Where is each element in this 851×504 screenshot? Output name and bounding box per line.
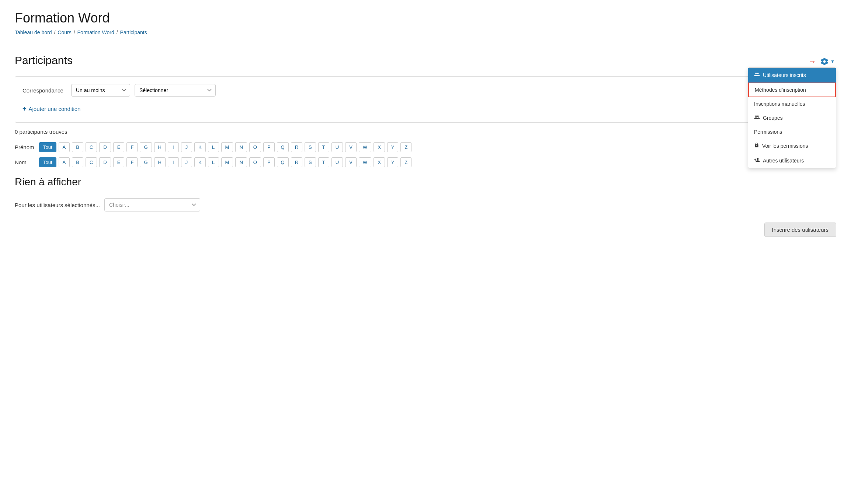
dropdown-item-groupes[interactable]: Groupes [748,111,836,125]
alpha-nom-q[interactable]: Q [277,157,289,167]
alpha-nom-k[interactable]: K [194,157,206,167]
gear-button[interactable]: ▼ [819,56,836,67]
add-condition-button[interactable]: + Ajouter une condition [22,103,80,115]
dropdown-label-voir-permissions: Voir les permissions [762,143,808,149]
alpha-nom-c[interactable]: C [86,157,97,167]
filter-match-select[interactable]: Un au moins Tous Aucun [71,84,130,97]
alpha-prenom-n[interactable]: N [235,142,247,152]
filter-row: Correspondance Un au moins Tous Aucun Sé… [22,84,829,97]
filter-field-select[interactable]: Sélectionner [135,84,216,97]
alpha-nom-o[interactable]: O [249,157,261,167]
alpha-nom-a[interactable]: A [59,157,70,167]
dropdown-item-inscriptions-manuelles[interactable]: Inscriptions manuelles [748,97,836,111]
alpha-prenom-b[interactable]: B [72,142,83,152]
alpha-prenom-p[interactable]: P [263,142,275,152]
breadcrumb-sep-1: / [54,29,55,35]
breadcrumb-sep-2: / [74,29,75,35]
alpha-prenom-q[interactable]: Q [277,142,289,152]
alpha-prenom-j[interactable]: J [181,142,192,152]
alpha-prenom-z[interactable]: Z [400,142,411,152]
breadcrumb-link-cours[interactable]: Cours [58,29,71,35]
alpha-prenom-a[interactable]: A [59,142,70,152]
alpha-prenom-c[interactable]: C [86,142,97,152]
alpha-prenom-w[interactable]: W [359,142,371,152]
users-icon [754,71,760,79]
alpha-prenom-x[interactable]: X [374,142,385,152]
alpha-prenom-u[interactable]: U [331,142,343,152]
add-condition-row: + Ajouter une condition Réinitialiser l [22,102,829,115]
filter-label: Correspondance [22,87,67,94]
user-plus-icon [754,157,760,164]
enroll-button[interactable]: Inscrire des utilisateurs [764,223,836,237]
add-condition-label: Ajouter une condition [29,106,81,112]
alpha-prenom-y[interactable]: Y [387,142,399,152]
alpha-prenom-d[interactable]: D [99,142,111,152]
section-title: Participants [15,54,73,67]
dropdown-item-utilisateurs-inscrits[interactable]: Utilisateurs inscrits [748,68,836,83]
dropdown-label-utilisateurs-inscrits: Utilisateurs inscrits [763,72,806,78]
arrow-indicator: → [808,57,816,66]
alpha-nom-y[interactable]: Y [387,157,399,167]
alpha-nom-l[interactable]: L [208,157,219,167]
alpha-nom-s[interactable]: S [305,157,316,167]
alpha-nom-h[interactable]: H [154,157,166,167]
alpha-filter-prenom: Prénom Tout A B C D E F G H I J K L M N … [15,142,836,152]
breadcrumb-link-dashboard[interactable]: Tableau de bord [15,29,52,35]
breadcrumb-link-participants[interactable]: Participants [120,29,147,35]
alpha-prenom-tout[interactable]: Tout [39,142,56,152]
alpha-prenom-g[interactable]: G [140,142,152,152]
alpha-prenom-s[interactable]: S [305,142,316,152]
dropdown-item-methodes-inscription[interactable]: Méthodes d'inscription [748,83,836,97]
dropdown-item-voir-permissions[interactable]: Voir les permissions [748,139,836,153]
enroll-section: Inscrire des utilisateurs [15,223,836,237]
bottom-label: Pour les utilisateurs sélectionnés... [15,202,100,208]
dropdown-item-autres-utilisateurs[interactable]: Autres utilisateurs [748,153,836,168]
alpha-nom-d[interactable]: D [99,157,111,167]
alpha-nom-e[interactable]: E [113,157,125,167]
alpha-nom-b[interactable]: B [72,157,83,167]
alpha-nom-w[interactable]: W [359,157,371,167]
dropdown-label-groupes: Groupes [763,115,783,121]
alpha-nom-n[interactable]: N [235,157,247,167]
filter-box: Correspondance Un au moins Tous Aucun Sé… [15,76,836,123]
alpha-nom-m[interactable]: M [221,157,233,167]
alpha-prenom-r[interactable]: R [291,142,302,152]
alpha-prenom-h[interactable]: H [154,142,166,152]
dropdown-label-permissions: Permissions [754,129,782,135]
alpha-filter-nom: Nom Tout A B C D E F G H I J K L M N O P… [15,157,836,167]
alpha-nom-x[interactable]: X [374,157,385,167]
breadcrumb: Tableau de bord / Cours / Formation Word… [15,29,836,35]
alpha-nom-z[interactable]: Z [400,157,411,167]
alpha-nom-t[interactable]: T [318,157,329,167]
alpha-prenom-i[interactable]: I [168,142,179,152]
page-header: Formation Word Tableau de bord / Cours /… [0,0,851,43]
alpha-nom-f[interactable]: F [126,157,138,167]
alpha-prenom-l[interactable]: L [208,142,219,152]
alpha-nom-v[interactable]: V [345,157,357,167]
alpha-nom-u[interactable]: U [331,157,343,167]
alpha-prenom-k[interactable]: K [194,142,206,152]
alpha-nom-tout[interactable]: Tout [39,157,56,167]
alpha-nom-i[interactable]: I [168,157,179,167]
plus-icon: + [22,105,27,113]
breadcrumb-link-formation[interactable]: Formation Word [77,29,114,35]
alpha-nom-p[interactable]: P [263,157,275,167]
stats-text: 0 participants trouvés [15,129,836,135]
alpha-prenom-v[interactable]: V [345,142,357,152]
alpha-prenom-label: Prénom [15,144,37,150]
users-group-icon [754,114,760,122]
alpha-prenom-t[interactable]: T [318,142,329,152]
alpha-prenom-o[interactable]: O [249,142,261,152]
gear-icon [820,57,829,66]
alpha-prenom-e[interactable]: E [113,142,125,152]
nothing-title: Rien à afficher [15,176,836,188]
bottom-action-select[interactable]: Choisir... [104,198,200,211]
alpha-prenom-m[interactable]: M [221,142,233,152]
alpha-nom-r[interactable]: R [291,157,302,167]
dropdown-menu: Utilisateurs inscrits Méthodes d'inscrip… [748,67,836,168]
alpha-prenom-f[interactable]: F [126,142,138,152]
dropdown-item-permissions[interactable]: Permissions [748,125,836,139]
lock-icon [754,142,759,150]
alpha-nom-j[interactable]: J [181,157,192,167]
alpha-nom-g[interactable]: G [140,157,152,167]
